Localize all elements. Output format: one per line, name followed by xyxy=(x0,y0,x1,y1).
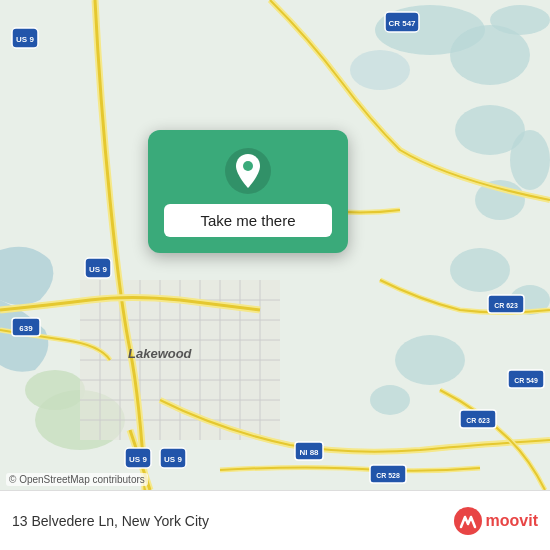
svg-text:CR 547: CR 547 xyxy=(388,19,416,28)
svg-point-4 xyxy=(350,50,410,90)
map-container: US 9 US 9 US 9 CR 547 CR 547 639 NI 88 C… xyxy=(0,0,550,490)
svg-point-8 xyxy=(450,248,510,292)
svg-point-57 xyxy=(243,161,253,171)
svg-text:639: 639 xyxy=(19,324,33,333)
svg-point-11 xyxy=(25,370,85,410)
svg-point-12 xyxy=(395,335,465,385)
location-pin-icon xyxy=(225,148,271,194)
moovit-logo: moovit xyxy=(454,507,538,535)
svg-text:US 9: US 9 xyxy=(89,265,107,274)
svg-point-13 xyxy=(370,385,410,415)
svg-text:CR 623: CR 623 xyxy=(466,417,490,424)
take-me-there-button[interactable]: Take me there xyxy=(164,204,332,237)
map-attribution: © OpenStreetMap contributors xyxy=(6,473,148,486)
svg-text:US 9: US 9 xyxy=(129,455,147,464)
svg-text:NI 88: NI 88 xyxy=(299,448,319,457)
svg-text:CR 549: CR 549 xyxy=(514,377,538,384)
popup-card: Take me there xyxy=(148,130,348,253)
bottom-bar: 13 Belvedere Ln, New York City moovit xyxy=(0,490,550,550)
address-label: 13 Belvedere Ln, New York City xyxy=(12,513,454,529)
svg-text:US 9: US 9 xyxy=(16,35,34,44)
svg-text:Lakewood: Lakewood xyxy=(128,346,193,361)
svg-text:CR 528: CR 528 xyxy=(376,472,400,479)
svg-text:CR 623: CR 623 xyxy=(494,302,518,309)
moovit-icon xyxy=(454,507,482,535)
svg-point-6 xyxy=(510,130,550,190)
svg-point-3 xyxy=(490,5,550,35)
svg-text:US 9: US 9 xyxy=(164,455,182,464)
moovit-text: moovit xyxy=(486,512,538,530)
